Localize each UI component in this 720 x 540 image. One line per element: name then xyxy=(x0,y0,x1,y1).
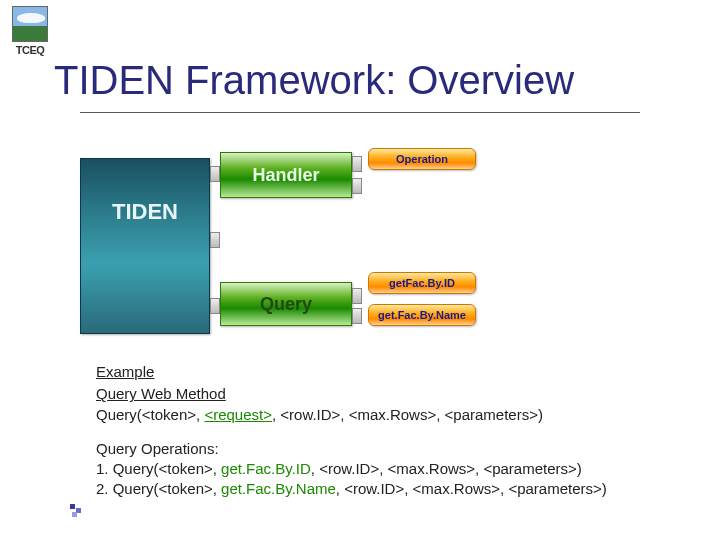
query-suffix: , <row.ID>, <max.Rows>, <parameters>) xyxy=(272,406,543,423)
port-connector xyxy=(210,166,220,182)
op2-prefix: 2. Query(<token>, xyxy=(96,480,221,497)
op1-prefix: 1. Query(<token>, xyxy=(96,460,221,477)
tceq-logo-text: TCEQ xyxy=(12,44,48,56)
web-method-label: Query Web Method xyxy=(96,384,676,404)
page-title: TIDEN Framework: Overview xyxy=(54,58,574,103)
port-connector xyxy=(352,178,362,194)
port-connector xyxy=(352,156,362,172)
query-signature-line: Query(<token>, <request>, <row.ID>, <max… xyxy=(96,405,676,425)
op1-name: get.Fac.By.ID xyxy=(221,460,311,477)
example-section: Example Query Web Method Query(<token>, … xyxy=(96,362,676,500)
query-operation-2: 2. Query(<token>, get.Fac.By.Name, <row.… xyxy=(96,479,676,499)
op2-suffix: , <row.ID>, <max.Rows>, <parameters>) xyxy=(336,480,607,497)
query-box: Query xyxy=(220,282,352,326)
tiden-box: TIDEN xyxy=(80,158,210,334)
example-header: Example xyxy=(96,362,676,382)
getfacbyid-pill: getFac.By.ID xyxy=(368,272,476,294)
corner-decoration xyxy=(70,504,84,518)
query-operations-header: Query Operations: xyxy=(96,439,676,459)
query-operation-1: 1. Query(<token>, get.Fac.By.ID, <row.ID… xyxy=(96,459,676,479)
port-connector xyxy=(352,308,362,324)
handler-box: Handler xyxy=(220,152,352,198)
getfacbyname-pill: get.Fac.By.Name xyxy=(368,304,476,326)
tceq-logo-image xyxy=(12,6,48,42)
query-prefix: Query(<token>, xyxy=(96,406,204,423)
op1-suffix: , <row.ID>, <max.Rows>, <parameters>) xyxy=(311,460,582,477)
query-operations-block: Query Operations: 1. Query(<token>, get.… xyxy=(96,439,676,500)
tceq-logo: TCEQ xyxy=(12,6,48,56)
architecture-diagram: TIDEN Handler Query Operation getFac.By.… xyxy=(80,150,510,345)
port-connector xyxy=(210,232,220,248)
operation-pill: Operation xyxy=(368,148,476,170)
port-connector xyxy=(210,298,220,314)
port-connector xyxy=(352,288,362,304)
request-param: <request> xyxy=(204,406,272,423)
title-underline xyxy=(80,112,640,113)
op2-name: get.Fac.By.Name xyxy=(221,480,336,497)
